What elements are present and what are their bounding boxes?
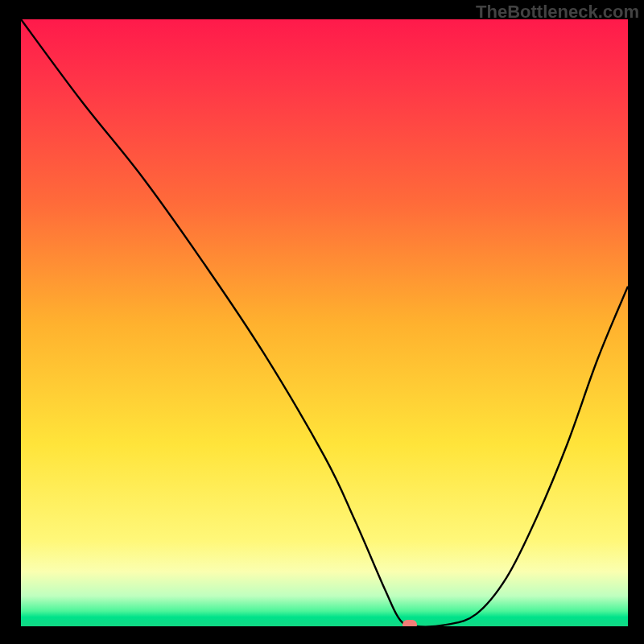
line-curve (21, 19, 628, 626)
optimum-marker (402, 620, 417, 626)
plot-area (21, 19, 628, 626)
watermark-text: TheBottleneck.com (476, 2, 639, 23)
chart-root: TheBottleneck.com (0, 0, 644, 644)
